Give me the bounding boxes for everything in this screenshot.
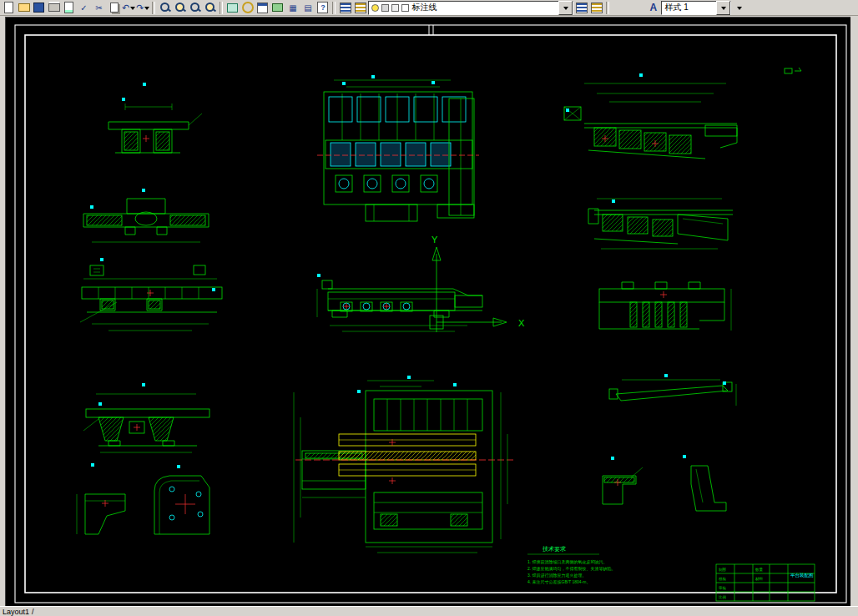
help-icon[interactable]: ? [315,2,330,14]
layer-dropdown-button[interactable] [558,1,573,15]
zoom-window-icon[interactable] [173,2,187,14]
layer-states-icon[interactable] [353,2,367,14]
dim-linear-icon[interactable] [225,2,240,14]
redo-button[interactable]: ↷ [136,3,149,13]
zoom-previous-icon[interactable] [203,2,217,14]
layer-lock-icon [391,4,399,12]
layer-previous-icon[interactable] [589,2,603,14]
preview-icon[interactable] [62,2,76,14]
properties-icon[interactable] [255,2,270,14]
toolbar-separator [606,2,609,14]
layer-dropdown-value: 标注线 [411,2,437,13]
zoom-realtime-icon[interactable] [158,2,172,14]
zoom-in-icon[interactable] [188,2,202,14]
main-toolbar: ✓ ✂ ↶ ↷ ▦ ▤ ? 标注线 A 样式 1 [0,0,858,16]
layer-dropdown[interactable]: 标注线 [368,1,573,15]
style-dropdown-value: 样式 1 [664,2,688,13]
text-style-icon[interactable]: A [646,2,660,14]
undo-button[interactable]: ↶ [122,3,135,13]
toolbar-separator [220,2,223,14]
toolbar-separator [152,2,155,14]
layer-freeze-icon [381,4,389,12]
chevron-down-icon [563,7,568,13]
block-icon[interactable]: ▤ [300,2,315,14]
copy-icon[interactable] [107,2,121,14]
toolbar-separator [332,2,336,14]
tab-layout1[interactable]: Layout1 [3,608,29,616]
measure-icon[interactable] [270,2,285,14]
save-icon[interactable] [32,2,46,14]
print-icon[interactable] [47,2,61,14]
new-icon[interactable] [2,2,16,14]
chevron-down-icon [721,7,726,13]
style-dropdown[interactable]: 样式 1 [661,1,731,15]
cut-icon[interactable]: ✂ [92,2,106,14]
drawing-canvas[interactable] [5,17,850,607]
toolbar-overflow-caret[interactable] [732,2,746,14]
open-icon[interactable] [17,2,31,14]
style-dropdown-button[interactable] [716,1,730,15]
dim-angular-icon[interactable] [240,2,255,14]
undo-caret-icon[interactable] [130,7,135,13]
layer-color-chip [401,4,409,12]
make-object-layer-icon[interactable] [574,2,588,14]
table-icon[interactable]: ▦ [285,2,300,14]
tab-divider: / [32,608,34,616]
spell-check-icon[interactable]: ✓ [77,2,91,14]
redo-caret-icon[interactable] [144,7,149,13]
layers-icon[interactable] [338,2,352,14]
layer-on-icon [371,4,379,12]
layout-tab-bar: Layout1 / [0,606,858,616]
